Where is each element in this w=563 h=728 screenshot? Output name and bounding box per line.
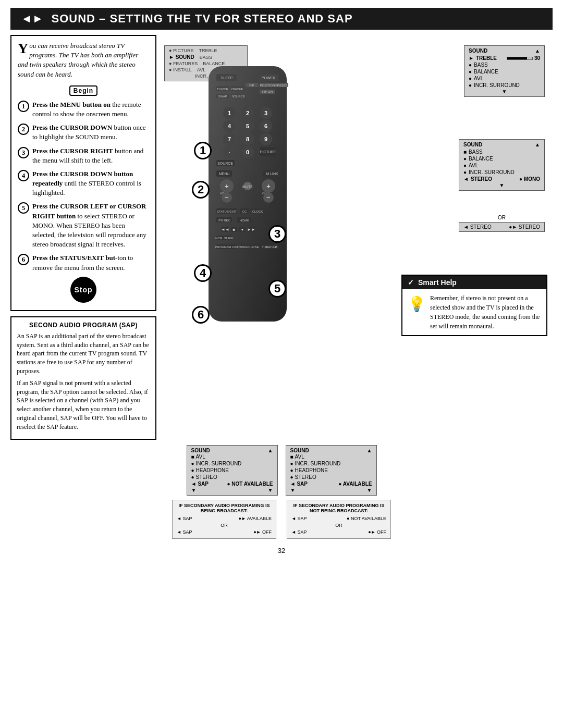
svg-text:POSITION: POSITION	[260, 84, 275, 87]
page-title: Sound – Setting the TV for Stereo and SA…	[52, 12, 353, 26]
begin-badge: Begin	[69, 85, 97, 96]
svg-text:+: +	[266, 182, 271, 190]
svg-text:PICTURE: PICTURE	[260, 150, 276, 154]
page-header: ◄► Sound – Setting the TV for Stereo and…	[10, 8, 553, 30]
step-1-text: Press the MENU button on the remote cont…	[32, 100, 149, 119]
svg-text:►►: ►►	[247, 227, 255, 232]
svg-text:HOME: HOME	[240, 219, 249, 222]
svg-text:SWAP: SWAP	[218, 95, 227, 98]
svg-text:7: 7	[228, 136, 231, 142]
intro-text: Y ou can receive broadcast stereo TV pro…	[18, 41, 149, 79]
drop-cap: Y	[18, 41, 28, 56]
svg-text:·: ·	[228, 150, 230, 156]
smart-help-box: ✓ Smart Help 💡 Remember, if stereo is no…	[401, 275, 547, 336]
step-3-bold: Press the CURSOR RIGHT	[32, 147, 113, 155]
step-2-text: Press the CURSOR DOWN button once to hig…	[32, 123, 149, 142]
center-panel: ● PICTURE TREBLE ► SOUND BASS ● FEATURES…	[162, 35, 553, 440]
svg-text:MUTE: MUTE	[242, 185, 253, 189]
overlay-step-6: 6	[192, 306, 210, 324]
step-5-text: Press the CURSOR LEFT or CURSOR RIGHT bu…	[32, 202, 149, 249]
step-6-number: 6	[18, 254, 29, 265]
svg-text:5: 5	[246, 123, 249, 129]
smart-help-text: Remember, if stereo is not present on a …	[430, 293, 541, 331]
not-being-broadcast-or: OR	[291, 522, 386, 528]
svg-text:●: ●	[241, 227, 244, 232]
svg-text:◄◄: ◄◄	[221, 227, 229, 232]
svg-text:CC: CC	[242, 210, 247, 213]
smart-help-header: ✓ Smart Help	[402, 276, 546, 289]
svg-text:PROGRAM LIST: PROGRAM LIST	[215, 245, 239, 249]
overlay-step-5: 5	[268, 280, 286, 298]
being-broadcast-box: IF SECONDARY AUDIO PROGRAMING IS BEING B…	[172, 500, 276, 539]
step-3-number: 3	[18, 147, 29, 158]
svg-text:−: −	[225, 193, 229, 201]
step-4-number: 4	[18, 170, 29, 181]
svg-text:6: 6	[264, 123, 267, 129]
smart-help-title: Smart Help	[418, 278, 457, 287]
page-number-text: 32	[278, 547, 285, 554]
step-2-bold: Press the CURSOR DOWN	[32, 124, 112, 131]
being-broadcast-title: IF SECONDARY AUDIO PROGRAMING IS BEING B…	[177, 503, 272, 513]
sap-not-available-group: SOUND▲ ■AVL ●INCR. SURROUND ●HEADPHONE ●…	[187, 445, 278, 496]
svg-text:M LINK: M LINK	[266, 172, 278, 176]
step-2-number: 2	[18, 124, 29, 135]
left-panel: Y ou can receive broadcast stereo TV pro…	[10, 35, 156, 440]
svg-text:PIP ON: PIP ON	[262, 90, 273, 93]
not-being-broadcast-row2: ◄ SAP●► OFF	[291, 528, 386, 536]
stop-badge: Stop	[70, 277, 96, 303]
step-3: 3 Press the CURSOR RIGHT button and the …	[18, 146, 149, 165]
remote-control: SLEEP POWER TV/VCR ON/OFF PIP POSITION F…	[188, 61, 308, 334]
svg-text:3: 3	[264, 110, 267, 116]
step-1: 1 Press the MENU button on the remote co…	[18, 100, 149, 119]
svg-text:TV/VCR: TV/VCR	[217, 88, 229, 91]
overlay-step-2: 2	[192, 181, 210, 199]
svg-text:1: 1	[228, 110, 231, 116]
svg-text:TIMER A/B: TIMER A/B	[262, 245, 277, 249]
svg-text:4: 4	[228, 123, 231, 129]
smart-help-body: 💡 Remember, if stereo is not present on …	[402, 289, 546, 335]
or-stereo-indicator: OR ◄ STEREO●► STEREO	[459, 215, 545, 232]
svg-text:ITR REC: ITR REC	[218, 219, 231, 222]
sap-available-group: SOUND▲ ■AVL ●INCR. SURROUND ●HEADPHONE ●…	[286, 445, 377, 496]
svg-text:MENU: MENU	[219, 172, 230, 176]
step-6-bold: Press the STATUS/EXIT but-	[32, 254, 117, 262]
step-5-bold: Press the CURSOR LEFT or CURSOR RIGHT bu…	[32, 202, 146, 219]
svg-text:FREEZE: FREEZE	[275, 84, 288, 87]
svg-text:STATUS/EXIT: STATUS/EXIT	[217, 210, 237, 213]
intro-body: ou can receive broadcast stereo TV progr…	[18, 42, 138, 78]
step-6: 6 Press the STATUS/EXIT but-ton to remov…	[18, 253, 149, 272]
step-5-number: 5	[18, 202, 29, 214]
step-2: 2 Press the CURSOR DOWN button once to h…	[18, 123, 149, 142]
svg-text:PIP: PIP	[249, 84, 254, 87]
not-being-broadcast-row1: ◄ SAP● NOT AVAILABLE	[291, 515, 386, 522]
step-4: 4 Press the CURSOR DOWN button repeatedl…	[18, 169, 149, 198]
svg-text:CLOCK: CLOCK	[252, 210, 263, 213]
svg-text:POWER: POWER	[262, 76, 275, 80]
instructions-box: Y ou can receive broadcast stereo TV pro…	[10, 35, 156, 311]
step-1-number: 1	[18, 101, 29, 112]
being-broadcast-row2: ◄ SAP●► OFF	[177, 528, 272, 536]
menu-sound-treble: SOUND▲ ►TREBLE30 ●BASS ●BALANCE ●AVL ●IN…	[464, 45, 545, 97]
page-number: 32	[0, 547, 563, 554]
svg-text:ON/OFF: ON/OFF	[231, 88, 243, 91]
svg-text:SOURCE: SOURCE	[231, 95, 245, 98]
bottom-area: SOUND▲ ■AVL ●INCR. SURROUND ●HEADPHONE ●…	[10, 445, 553, 496]
svg-text:−: −	[266, 193, 271, 201]
step-3-text: Press the CURSOR RIGHT button and the me…	[32, 146, 149, 165]
main-layout: Y ou can receive broadcast stereo TV pro…	[10, 35, 553, 440]
header-icon: ◄►	[21, 12, 44, 26]
svg-text:OPEN/CLOSE: OPEN/CLOSE	[238, 245, 259, 249]
checkmark-icon: ✓	[408, 278, 414, 287]
bulb-icon: 💡	[408, 293, 426, 331]
step-4-text: Press the CURSOR DOWN button repeatedly …	[32, 169, 149, 198]
menu-sound-stereo: SOUND▲ ■BASS ●BALANCE ●AVL ●INCR. SURROU…	[459, 139, 545, 191]
svg-text:SLEEP: SLEEP	[221, 76, 233, 80]
overlay-step-4: 4	[194, 264, 212, 282]
svg-text:+: +	[225, 182, 229, 190]
overlay-step-3: 3	[268, 225, 286, 243]
broadcast-boxes: IF SECONDARY AUDIO PROGRAMING IS BEING B…	[10, 500, 553, 539]
being-broadcast-row1: ◄ SAP●► AVAILABLE	[177, 515, 272, 522]
step-6-text: Press the STATUS/EXIT but-ton to remove …	[32, 253, 149, 272]
svg-text:SOURCE: SOURCE	[217, 162, 233, 165]
svg-text:INCR. SURR.: INCR. SURR.	[215, 237, 234, 240]
